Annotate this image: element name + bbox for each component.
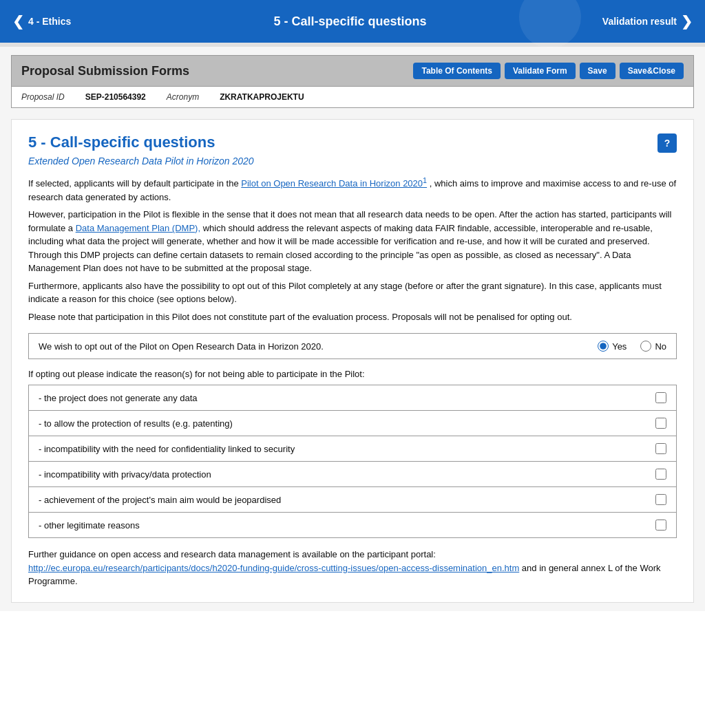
nav-prev-label: 4 - Ethics <box>28 16 71 27</box>
yes-radio[interactable] <box>598 341 609 352</box>
reason-text-5: - achievement of the project's main aim … <box>39 495 281 505</box>
further-guidance: Further guidance on open access and rese… <box>28 548 677 588</box>
reasons-list: - the project does not generate any data… <box>28 385 677 538</box>
reason-checkbox-1[interactable] <box>655 392 666 403</box>
help-button[interactable]: ? <box>657 133 677 153</box>
form-header: Proposal Submission Forms Table Of Conte… <box>11 55 694 87</box>
reason-checkbox-3[interactable] <box>655 443 666 454</box>
nav-prev-button[interactable]: ❮ 4 - Ethics <box>0 13 110 30</box>
reason-checkbox-6[interactable] <box>655 520 666 531</box>
reason-text-6: - other legitimate reasons <box>39 520 140 531</box>
no-radio[interactable] <box>640 341 651 352</box>
top-navigation: ❮ 4 - Ethics 5 - Call-specific questions… <box>0 0 705 43</box>
proposal-info: Proposal ID SEP-210564392 Acronym ZKRATK… <box>11 87 694 108</box>
opt-out-question-box: We wish to opt out of the Pilot on Open … <box>28 333 677 359</box>
toc-button[interactable]: Table Of Contents <box>413 63 500 79</box>
nav-next-label: Validation result <box>602 16 677 27</box>
save-close-button[interactable]: Save&Close <box>620 63 684 79</box>
reason-row-6: - other legitimate reasons <box>28 512 677 538</box>
nav-center-title: 5 - Call-specific questions <box>110 14 590 29</box>
prev-chevron-icon: ❮ <box>12 13 24 30</box>
section-title: 5 - Call-specific questions <box>28 133 677 151</box>
form-header-buttons: Table Of Contents Validate Form Save Sav… <box>413 63 684 79</box>
reason-text-1: - the project does not generate any data <box>39 393 198 403</box>
reasons-intro: If opting out please indicate the reason… <box>28 369 677 379</box>
no-radio-option[interactable]: No <box>640 341 666 352</box>
section-subtitle: Extended Open Research Data Pilot in Hor… <box>28 156 677 167</box>
reason-checkbox-5[interactable] <box>655 494 666 505</box>
reason-row-3: - incompatibility with the need for conf… <box>28 436 677 461</box>
save-button[interactable]: Save <box>580 63 615 79</box>
paragraph4: Please note that participation in this P… <box>28 310 677 324</box>
acronym-value: ZKRATKAPROJEKTU <box>220 92 304 102</box>
further-guidance-text: Further guidance on open access and rese… <box>28 549 436 559</box>
reason-row-2: - to allow the protection of results (e.… <box>28 410 677 436</box>
reason-row-5: - achievement of the project's main aim … <box>28 486 677 512</box>
reason-text-4: - incompatibility with privacy/data prot… <box>39 469 211 480</box>
yes-radio-option[interactable]: Yes <box>598 341 627 352</box>
no-label: No <box>655 341 666 352</box>
paragraph2: However, participation in the Pilot is f… <box>28 208 677 275</box>
paragraph3: Furthermore, applicants also have the po… <box>28 279 677 306</box>
paragraph1: If selected, applicants will by default … <box>28 175 677 204</box>
main-container: Proposal Submission Forms Table Of Conte… <box>0 47 705 611</box>
form-header-title: Proposal Submission Forms <box>21 64 189 78</box>
nav-next-button[interactable]: Validation result ❯ <box>590 13 705 30</box>
yes-label: Yes <box>612 341 627 352</box>
opt-out-radio-group: Yes No <box>598 341 666 352</box>
validate-form-button[interactable]: Validate Form <box>505 63 576 79</box>
dmp-link[interactable]: Data Management Plan (DMP), <box>76 223 200 233</box>
reason-row-4: - incompatibility with privacy/data prot… <box>28 461 677 486</box>
content-area: ? 5 - Call-specific questions Extended O… <box>11 119 694 603</box>
next-chevron-icon: ❯ <box>681 13 693 30</box>
pilot-link[interactable]: Pilot on Open Research Data in Horizon 2… <box>241 178 427 189</box>
acronym-label: Acronym <box>167 92 199 102</box>
reason-checkbox-2[interactable] <box>655 418 666 429</box>
reason-row-1: - the project does not generate any data <box>28 385 677 410</box>
reason-checkbox-4[interactable] <box>655 469 666 480</box>
proposal-id-value: SEP-210564392 <box>85 92 146 102</box>
proposal-id-label: Proposal ID <box>21 92 65 102</box>
reason-text-3: - incompatibility with the need for conf… <box>39 444 295 454</box>
further-guidance-link[interactable]: http://ec.europa.eu/research/participant… <box>28 563 519 573</box>
opt-out-question-label: We wish to opt out of the Pilot on Open … <box>39 341 324 352</box>
reason-text-2: - to allow the protection of results (e.… <box>39 418 233 429</box>
